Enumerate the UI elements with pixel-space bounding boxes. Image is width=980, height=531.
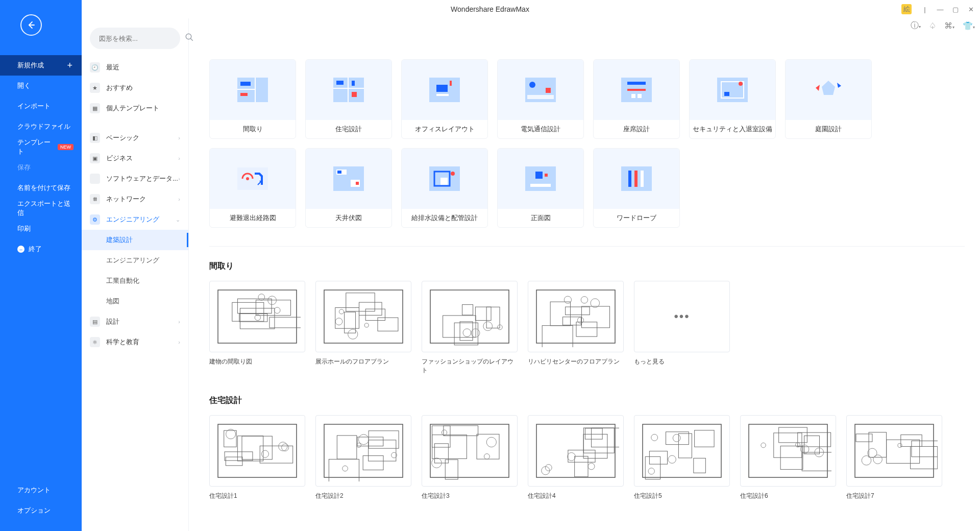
rail-item-1[interactable]: 開く (0, 76, 82, 96)
svg-rect-10 (352, 92, 357, 97)
template-card-1-6[interactable]: 住宅設計7 (846, 415, 942, 500)
cat-top-0[interactable]: 🕘最近 (82, 57, 188, 78)
bell-icon[interactable]: ♤ (929, 21, 936, 31)
template-card-1-2[interactable]: 住宅設計3 (422, 415, 518, 500)
sci-icon: ⚛ (90, 337, 100, 347)
svg-marker-30 (816, 85, 820, 91)
category-tile-5[interactable]: セキュリティと入退室設備 (689, 59, 776, 139)
template-card-0-2[interactable]: ファッションショップのレイアウト (422, 281, 518, 375)
svg-rect-17 (527, 95, 554, 99)
cat-group-2[interactable]: ソフトウェアとデータ...› (82, 168, 188, 189)
svg-rect-73 (430, 290, 509, 343)
cat-label: 科学と教育 (106, 337, 139, 347)
svg-rect-45 (545, 174, 548, 177)
rail-bottom-1[interactable]: オプション (0, 500, 82, 521)
cat-group-5[interactable]: ▤設計› (82, 311, 188, 332)
maximize-button[interactable]: ▢ (950, 4, 961, 14)
svg-rect-106 (324, 424, 403, 477)
template-card-1-0[interactable]: 住宅設計1 (209, 415, 305, 500)
cat-top-2[interactable]: ▦個人テンプレート (82, 98, 188, 118)
rail-bottom-0[interactable]: アカウント (0, 480, 82, 500)
rail-item-9[interactable]: –終了 (0, 239, 82, 259)
category-tile-11[interactable]: ワードローブ (593, 148, 680, 228)
template-card-0-1[interactable]: 展示ホールのフロアプラン (315, 281, 411, 375)
svg-rect-50 (641, 171, 644, 187)
template-card-0-3[interactable]: リハビリセンターのフロアプラン (528, 281, 624, 375)
svg-marker-29 (822, 81, 835, 95)
tshirt-icon[interactable]: 👕▾ (963, 21, 975, 31)
cat-group-0[interactable]: ◧ベーシック› (82, 128, 188, 148)
tile-thumb (402, 149, 487, 209)
tile-thumb (594, 60, 679, 120)
category-tile-6[interactable]: 庭園設計 (785, 59, 872, 139)
app-title: Wondershare EdrawMax (451, 5, 529, 13)
category-tile-4[interactable]: 座席設計 (593, 59, 680, 139)
category-tile-2[interactable]: オフィスレイアウト (401, 59, 488, 139)
rail-item-7[interactable]: エクスポートと送信 (0, 198, 82, 219)
tile-label: 住宅設計 (306, 120, 391, 138)
rail-item-5[interactable]: 保存 (0, 157, 82, 178)
cat-sub-4-1[interactable]: エンジニアリング (82, 250, 188, 271)
svg-point-42 (451, 172, 455, 176)
close-button[interactable]: ✕ (966, 4, 976, 14)
svg-rect-41 (440, 178, 448, 185)
cat-group-3[interactable]: ⵌネットワーク› (82, 189, 188, 209)
template-label: 住宅設計7 (846, 492, 942, 500)
template-card-1-1[interactable]: 住宅設計2 (315, 415, 411, 500)
minimize-button[interactable]: — (935, 4, 945, 14)
tile-thumb (786, 60, 871, 120)
rail-item-4[interactable]: テンプレートNEW (0, 137, 82, 157)
user-avatar[interactable]: 絵 (901, 4, 912, 14)
tile-thumb (210, 149, 296, 209)
tile-thumb (306, 60, 391, 120)
apps-icon[interactable]: ⌘▾ (944, 21, 954, 31)
template-card-1-4[interactable]: 住宅設計5 (634, 415, 730, 500)
cube-icon: ◧ (90, 133, 100, 143)
template-card-1-3[interactable]: 住宅設計4 (528, 415, 624, 500)
tile-thumb (402, 60, 487, 120)
cat-top-1[interactable]: ★おすすめ (82, 78, 188, 98)
svg-rect-51 (218, 290, 297, 343)
svg-rect-15 (436, 94, 449, 96)
template-card-1-5[interactable]: 住宅設計6 (740, 415, 836, 500)
template-thumb (422, 415, 518, 487)
rail-item-6[interactable]: 名前を付けて保存 (0, 178, 82, 198)
rail-item-0[interactable]: 新規作成+ (0, 55, 82, 76)
svg-rect-117 (430, 424, 509, 477)
category-tile-0[interactable]: 間取り (209, 59, 296, 139)
help-icon[interactable]: ⓘ▾ (911, 20, 921, 31)
category-tile-9[interactable]: 給排水設備と配管設計 (401, 148, 488, 228)
category-tile-3[interactable]: 電気通信設計 (497, 59, 584, 139)
category-tile-7[interactable]: 避難退出経路図 (209, 148, 296, 228)
template-card-0-0[interactable]: 建物の間取り図 (209, 281, 305, 375)
separator: | (920, 4, 930, 14)
svg-rect-161 (855, 424, 934, 477)
svg-rect-84 (536, 290, 615, 343)
cat-sub-4-3[interactable]: 地図 (82, 291, 188, 311)
template-card-0-4[interactable]: •••もっと見る (634, 281, 730, 375)
tile-thumb (498, 149, 583, 209)
category-tile-1[interactable]: 住宅設計 (305, 59, 392, 139)
search-box[interactable] (90, 28, 180, 49)
cat-group-4[interactable]: ⚙エンジニアリング⌄ (82, 209, 188, 230)
back-button[interactable] (20, 14, 42, 36)
tile-thumb (306, 149, 391, 209)
rail-item-3[interactable]: クラウドファイル (0, 116, 82, 137)
cat-group-1[interactable]: ▣ビジネス› (82, 148, 188, 168)
search-input[interactable] (99, 35, 185, 42)
cat-group-6[interactable]: ⚛科学と教育› (82, 332, 188, 352)
category-tile-8[interactable]: 天井伏図 (305, 148, 392, 228)
cat-sub-4-0[interactable]: 建築設計 (82, 230, 188, 250)
rail-item-label: インポート (17, 102, 51, 111)
main-content: 間取り住宅設計オフィスレイアウト電気通信設計座席設計セキュリティと入退室設備庭園… (189, 41, 980, 531)
tile-label: 避難退出経路図 (210, 209, 296, 227)
svg-rect-3 (237, 89, 256, 90)
rail-item-2[interactable]: インポート (0, 96, 82, 116)
cat-sub-4-2[interactable]: 工業自動化 (82, 271, 188, 291)
rail-item-8[interactable]: 印刷 (0, 219, 82, 239)
category-tile-10[interactable]: 正面図 (497, 148, 584, 228)
template-thumb (846, 415, 942, 487)
template-label: 住宅設計5 (634, 492, 730, 500)
rail-item-label: 開く (17, 81, 31, 90)
svg-rect-24 (638, 94, 642, 98)
